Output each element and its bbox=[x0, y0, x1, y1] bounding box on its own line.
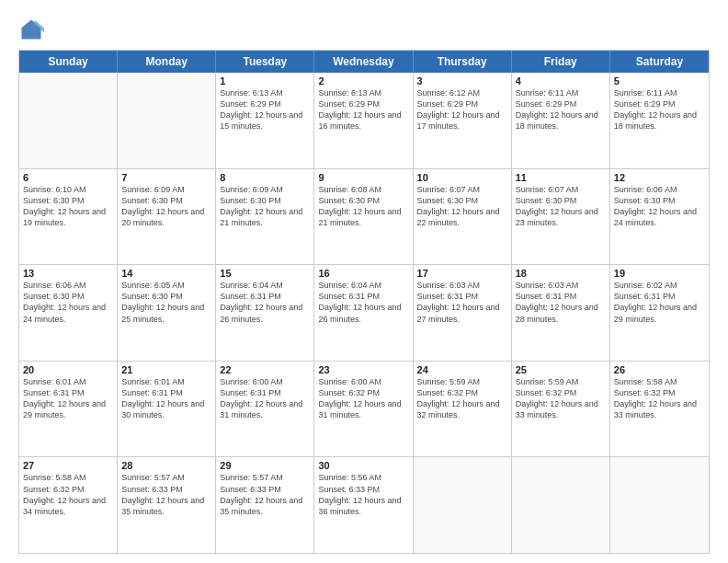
calendar-cell: 1Sunrise: 6:13 AM Sunset: 6:29 PM Daylig… bbox=[216, 73, 314, 168]
day-number: 19 bbox=[614, 268, 705, 279]
calendar-cell: 12Sunrise: 6:06 AM Sunset: 6:30 PM Dayli… bbox=[610, 169, 709, 265]
cell-info: Sunrise: 5:59 AM Sunset: 6:32 PM Dayligh… bbox=[516, 376, 606, 421]
calendar-cell: 20Sunrise: 6:01 AM Sunset: 6:31 PM Dayli… bbox=[19, 362, 118, 457]
calendar-row: 6Sunrise: 6:10 AM Sunset: 6:30 PM Daylig… bbox=[19, 168, 709, 265]
calendar-cell: 11Sunrise: 6:07 AM Sunset: 6:30 PM Dayli… bbox=[512, 169, 610, 265]
calendar-cell: 6Sunrise: 6:10 AM Sunset: 6:30 PM Daylig… bbox=[19, 169, 118, 265]
logo bbox=[18, 17, 48, 42]
header bbox=[18, 17, 710, 42]
calendar-cell bbox=[414, 457, 512, 553]
day-number: 25 bbox=[516, 364, 606, 375]
cell-info: Sunrise: 6:07 AM Sunset: 6:30 PM Dayligh… bbox=[516, 184, 606, 229]
cell-info: Sunrise: 6:03 AM Sunset: 6:31 PM Dayligh… bbox=[516, 280, 606, 325]
cell-info: Sunrise: 6:06 AM Sunset: 6:30 PM Dayligh… bbox=[614, 184, 705, 229]
cell-info: Sunrise: 6:07 AM Sunset: 6:30 PM Dayligh… bbox=[417, 184, 507, 229]
cell-info: Sunrise: 6:10 AM Sunset: 6:30 PM Dayligh… bbox=[23, 184, 113, 229]
day-number: 5 bbox=[614, 75, 705, 86]
day-number: 8 bbox=[220, 172, 310, 183]
calendar-cell: 29Sunrise: 5:57 AM Sunset: 6:33 PM Dayli… bbox=[216, 457, 314, 553]
calendar-cell: 9Sunrise: 6:08 AM Sunset: 6:30 PM Daylig… bbox=[314, 169, 413, 265]
cell-info: Sunrise: 6:05 AM Sunset: 6:30 PM Dayligh… bbox=[121, 280, 211, 325]
day-number: 3 bbox=[417, 75, 507, 86]
day-number: 9 bbox=[318, 172, 408, 183]
calendar-cell: 4Sunrise: 6:11 AM Sunset: 6:29 PM Daylig… bbox=[512, 73, 610, 168]
day-number: 14 bbox=[121, 268, 211, 279]
day-number: 28 bbox=[121, 460, 211, 471]
calendar-cell: 7Sunrise: 6:09 AM Sunset: 6:30 PM Daylig… bbox=[118, 169, 216, 265]
calendar-cell: 17Sunrise: 6:03 AM Sunset: 6:31 PM Dayli… bbox=[414, 265, 512, 361]
day-number: 24 bbox=[417, 364, 507, 375]
weekday-header: Monday bbox=[118, 51, 216, 73]
day-number: 2 bbox=[318, 75, 408, 86]
day-number: 15 bbox=[220, 268, 310, 279]
cell-info: Sunrise: 6:04 AM Sunset: 6:31 PM Dayligh… bbox=[220, 280, 310, 325]
calendar-cell: 19Sunrise: 6:02 AM Sunset: 6:31 PM Dayli… bbox=[610, 265, 709, 361]
day-number: 23 bbox=[318, 364, 408, 375]
cell-info: Sunrise: 5:57 AM Sunset: 6:33 PM Dayligh… bbox=[220, 472, 310, 517]
day-number: 7 bbox=[121, 172, 211, 183]
calendar-header: SundayMondayTuesdayWednesdayThursdayFrid… bbox=[19, 51, 709, 73]
cell-info: Sunrise: 6:01 AM Sunset: 6:31 PM Dayligh… bbox=[23, 376, 113, 421]
cell-info: Sunrise: 6:09 AM Sunset: 6:30 PM Dayligh… bbox=[121, 184, 211, 229]
weekday-header: Thursday bbox=[414, 51, 512, 73]
day-number: 17 bbox=[417, 268, 507, 279]
page: SundayMondayTuesdayWednesdayThursdayFrid… bbox=[0, 0, 728, 563]
calendar-cell: 30Sunrise: 5:56 AM Sunset: 6:33 PM Dayli… bbox=[314, 457, 413, 553]
weekday-header: Friday bbox=[512, 51, 610, 73]
calendar-row: 1Sunrise: 6:13 AM Sunset: 6:29 PM Daylig… bbox=[19, 73, 709, 168]
day-number: 13 bbox=[23, 268, 113, 279]
cell-info: Sunrise: 6:01 AM Sunset: 6:31 PM Dayligh… bbox=[121, 376, 211, 421]
calendar-cell: 13Sunrise: 6:06 AM Sunset: 6:30 PM Dayli… bbox=[19, 265, 118, 361]
cell-info: Sunrise: 5:56 AM Sunset: 6:33 PM Dayligh… bbox=[318, 472, 408, 517]
cell-info: Sunrise: 6:12 AM Sunset: 6:29 PM Dayligh… bbox=[417, 87, 507, 132]
cell-info: Sunrise: 6:11 AM Sunset: 6:29 PM Dayligh… bbox=[614, 87, 705, 132]
cell-info: Sunrise: 6:09 AM Sunset: 6:30 PM Dayligh… bbox=[220, 184, 310, 229]
day-number: 22 bbox=[220, 364, 310, 375]
calendar-cell: 3Sunrise: 6:12 AM Sunset: 6:29 PM Daylig… bbox=[414, 73, 512, 168]
calendar-cell: 21Sunrise: 6:01 AM Sunset: 6:31 PM Dayli… bbox=[118, 362, 216, 457]
calendar-cell: 5Sunrise: 6:11 AM Sunset: 6:29 PM Daylig… bbox=[610, 73, 709, 168]
calendar-row: 20Sunrise: 6:01 AM Sunset: 6:31 PM Dayli… bbox=[19, 361, 709, 457]
day-number: 26 bbox=[614, 364, 705, 375]
calendar-cell bbox=[512, 457, 610, 553]
day-number: 29 bbox=[220, 460, 310, 471]
cell-info: Sunrise: 5:58 AM Sunset: 6:32 PM Dayligh… bbox=[23, 472, 113, 517]
calendar-cell: 25Sunrise: 5:59 AM Sunset: 6:32 PM Dayli… bbox=[512, 362, 610, 457]
calendar-cell: 28Sunrise: 5:57 AM Sunset: 6:33 PM Dayli… bbox=[118, 457, 216, 553]
cell-info: Sunrise: 6:03 AM Sunset: 6:31 PM Dayligh… bbox=[417, 280, 507, 325]
calendar-cell: 15Sunrise: 6:04 AM Sunset: 6:31 PM Dayli… bbox=[216, 265, 314, 361]
day-number: 18 bbox=[516, 268, 606, 279]
weekday-header: Saturday bbox=[610, 51, 709, 73]
calendar-row: 13Sunrise: 6:06 AM Sunset: 6:30 PM Dayli… bbox=[19, 264, 709, 361]
day-number: 20 bbox=[23, 364, 113, 375]
day-number: 16 bbox=[318, 268, 408, 279]
calendar-cell: 16Sunrise: 6:04 AM Sunset: 6:31 PM Dayli… bbox=[314, 265, 413, 361]
calendar-row: 27Sunrise: 5:58 AM Sunset: 6:32 PM Dayli… bbox=[19, 456, 709, 553]
calendar-cell: 22Sunrise: 6:00 AM Sunset: 6:31 PM Dayli… bbox=[216, 362, 314, 457]
day-number: 1 bbox=[220, 75, 310, 86]
calendar-cell: 10Sunrise: 6:07 AM Sunset: 6:30 PM Dayli… bbox=[414, 169, 512, 265]
cell-info: Sunrise: 5:57 AM Sunset: 6:33 PM Dayligh… bbox=[121, 472, 211, 517]
cell-info: Sunrise: 6:00 AM Sunset: 6:32 PM Dayligh… bbox=[318, 376, 408, 421]
svg-marker-0 bbox=[22, 20, 41, 40]
weekday-header: Tuesday bbox=[216, 51, 314, 73]
cell-info: Sunrise: 6:06 AM Sunset: 6:30 PM Dayligh… bbox=[23, 280, 113, 325]
day-number: 4 bbox=[516, 75, 606, 86]
cell-info: Sunrise: 6:00 AM Sunset: 6:31 PM Dayligh… bbox=[220, 376, 310, 421]
calendar-body: 1Sunrise: 6:13 AM Sunset: 6:29 PM Daylig… bbox=[19, 73, 709, 553]
calendar-cell bbox=[118, 73, 216, 168]
cell-info: Sunrise: 5:58 AM Sunset: 6:32 PM Dayligh… bbox=[614, 376, 705, 421]
calendar-cell: 27Sunrise: 5:58 AM Sunset: 6:32 PM Dayli… bbox=[19, 457, 118, 553]
day-number: 10 bbox=[417, 172, 507, 183]
day-number: 27 bbox=[23, 460, 113, 471]
cell-info: Sunrise: 6:08 AM Sunset: 6:30 PM Dayligh… bbox=[318, 184, 408, 229]
calendar: SundayMondayTuesdayWednesdayThursdayFrid… bbox=[18, 50, 710, 554]
calendar-cell: 14Sunrise: 6:05 AM Sunset: 6:30 PM Dayli… bbox=[118, 265, 216, 361]
calendar-cell: 18Sunrise: 6:03 AM Sunset: 6:31 PM Dayli… bbox=[512, 265, 610, 361]
cell-info: Sunrise: 6:02 AM Sunset: 6:31 PM Dayligh… bbox=[614, 280, 705, 325]
calendar-cell: 24Sunrise: 5:59 AM Sunset: 6:32 PM Dayli… bbox=[414, 362, 512, 457]
weekday-header: Sunday bbox=[19, 51, 118, 73]
calendar-cell: 26Sunrise: 5:58 AM Sunset: 6:32 PM Dayli… bbox=[610, 362, 709, 457]
calendar-cell bbox=[610, 457, 709, 553]
day-number: 12 bbox=[614, 172, 705, 183]
